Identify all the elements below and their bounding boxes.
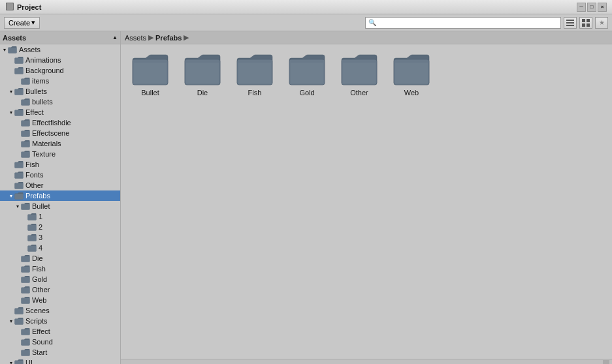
tree-label-effectscene: Effectscene bbox=[32, 129, 69, 137]
tree-item-ui[interactable]: ▾ UI bbox=[0, 357, 120, 364]
tree-item-bullets-sub[interactable]: bullets bbox=[0, 97, 120, 107]
tree-item-b3[interactable]: 3 bbox=[0, 232, 120, 243]
tree-item-effectfishdie[interactable]: Effectfishdie bbox=[0, 117, 120, 128]
content-folder-fish[interactable]: Fish bbox=[232, 51, 278, 99]
tree-item-web[interactable]: Web bbox=[0, 295, 120, 305]
tree-item-effectscene[interactable]: Effectscene bbox=[0, 128, 120, 138]
content-folder-other[interactable]: Other bbox=[336, 51, 382, 99]
tree-label-scenes: Scenes bbox=[25, 307, 50, 314]
breadcrumb-bar: Assets ▶ Prefabs ▶ bbox=[121, 31, 612, 44]
grid-view-button[interactable] bbox=[579, 17, 592, 29]
star-icon: ★ bbox=[599, 19, 605, 26]
resize-handle[interactable] bbox=[603, 360, 609, 364]
favorite-button[interactable]: ★ bbox=[595, 17, 608, 29]
tree-item-animations[interactable]: Animations bbox=[0, 55, 120, 65]
content-folder-label-web: Web bbox=[404, 89, 419, 97]
tree-label-b2: 2 bbox=[39, 223, 42, 231]
large-folder-icon-die bbox=[184, 53, 221, 86]
breadcrumb-sep-1: ▶ bbox=[148, 33, 153, 42]
tree-label-effectfishdie: Effectfishdie bbox=[32, 119, 71, 127]
list-view-button[interactable] bbox=[564, 17, 577, 29]
maximize-button[interactable]: □ bbox=[587, 3, 596, 12]
tree-label-b4: 4 bbox=[39, 244, 42, 252]
breadcrumb-prefabs[interactable]: Prefabs bbox=[155, 34, 182, 42]
tree-label-background: Background bbox=[25, 67, 64, 74]
tree-arrow-prefabs: ▾ bbox=[8, 193, 14, 199]
tree-item-other-sub[interactable]: Other bbox=[0, 284, 120, 295]
svg-rect-6 bbox=[587, 19, 590, 22]
tree-item-fish-sub[interactable]: Fish bbox=[0, 264, 120, 274]
content-folder-web[interactable]: Web bbox=[389, 51, 434, 99]
tree-item-items[interactable]: items bbox=[0, 76, 120, 86]
create-button[interactable]: Create ▾ bbox=[4, 17, 40, 29]
breadcrumb-sep-2: ▶ bbox=[184, 33, 189, 42]
content-folder-label-fish: Fish bbox=[248, 89, 262, 97]
tree-item-b4[interactable]: 4 bbox=[0, 243, 120, 253]
tree-item-assets[interactable]: ▾ Assets bbox=[0, 44, 120, 55]
folder-icon-animations bbox=[14, 57, 24, 64]
tree-label-other-sub: Other bbox=[32, 286, 50, 294]
folder-icon-items bbox=[21, 78, 30, 85]
tree-label-bullet-sub: Bullet bbox=[32, 202, 50, 210]
tree-item-b2[interactable]: 2 bbox=[0, 222, 120, 232]
search-bar: 🔍 bbox=[365, 17, 561, 29]
tree-item-prefabs[interactable]: ▾ Prefabs bbox=[0, 190, 120, 201]
tree-item-die[interactable]: Die bbox=[0, 253, 120, 264]
tree-label-fish: Fish bbox=[25, 160, 39, 168]
tree-label-sound: Sound bbox=[32, 338, 53, 346]
folder-icon-start bbox=[21, 349, 30, 356]
tree-label-fonts: Fonts bbox=[25, 171, 44, 179]
tree-item-gold[interactable]: Gold bbox=[0, 274, 120, 284]
close-button[interactable]: × bbox=[598, 3, 607, 12]
folder-icon-scripts bbox=[14, 318, 24, 325]
tree-item-texture[interactable]: Texture bbox=[0, 149, 120, 159]
tree-item-other[interactable]: Other bbox=[0, 180, 120, 190]
tree-label-b1: 1 bbox=[39, 213, 42, 220]
list-view-icon bbox=[566, 19, 574, 27]
tree-label-b3: 3 bbox=[39, 234, 42, 241]
tree-item-background[interactable]: Background bbox=[0, 65, 120, 76]
tree-item-start[interactable]: Start bbox=[0, 347, 120, 357]
folder-icon-other bbox=[14, 182, 24, 189]
tree-label-web: Web bbox=[32, 296, 46, 304]
large-folder-icon-gold bbox=[288, 53, 326, 86]
tree-arrow-scripts: ▾ bbox=[8, 318, 14, 324]
tree-item-bullets[interactable]: ▾ Bullets bbox=[0, 86, 120, 97]
svg-rect-2 bbox=[566, 20, 574, 21]
tree-item-materials[interactable]: Materials bbox=[0, 138, 120, 149]
tree-label-die: Die bbox=[32, 254, 43, 262]
tree-scroll[interactable]: ▾ Assets Animations Background items▾ Bu… bbox=[0, 44, 120, 364]
tree-arrow-assets: ▾ bbox=[1, 47, 8, 53]
large-folder-icon-fish bbox=[236, 53, 274, 86]
tree-item-scenes[interactable]: Scenes bbox=[0, 305, 120, 316]
tree-item-bullet-sub[interactable]: ▾ Bullet bbox=[0, 201, 120, 211]
tree-item-sound[interactable]: Sound bbox=[0, 337, 120, 347]
tree-item-b1[interactable]: 1 bbox=[0, 211, 120, 222]
folder-icon-die bbox=[21, 255, 30, 262]
folder-icon-prefabs bbox=[14, 192, 24, 200]
folder-icon-bullets bbox=[14, 88, 24, 95]
tree-item-scripts[interactable]: ▾ Scripts bbox=[0, 316, 120, 326]
content-folder-bullet[interactable]: Bullet bbox=[127, 51, 173, 99]
assets-header-label: Assets bbox=[3, 34, 26, 42]
svg-rect-4 bbox=[566, 25, 574, 26]
folder-icon-effectscene bbox=[21, 130, 30, 137]
folder-icon-materials bbox=[21, 140, 30, 147]
tree-item-scripts-effect[interactable]: Effect bbox=[0, 326, 120, 337]
search-input[interactable] bbox=[378, 19, 558, 27]
tree-item-fish[interactable]: Fish bbox=[0, 159, 120, 170]
large-folder-icon-web bbox=[393, 53, 430, 86]
folder-icon-background bbox=[14, 67, 24, 74]
svg-rect-1 bbox=[7, 3, 13, 10]
tree-arrow-bullets: ▾ bbox=[8, 89, 14, 95]
svg-rect-3 bbox=[566, 22, 574, 23]
panel-scroll-up[interactable]: ▲ bbox=[112, 35, 118, 40]
content-folder-gold[interactable]: Gold bbox=[284, 51, 330, 99]
tree-item-fonts[interactable]: Fonts bbox=[0, 170, 120, 180]
folder-icon-scenes bbox=[14, 307, 24, 314]
breadcrumb-assets[interactable]: Assets bbox=[125, 34, 146, 42]
content-folder-die[interactable]: Die bbox=[180, 51, 225, 99]
tree-item-effect[interactable]: ▾ Effect bbox=[0, 107, 120, 117]
minimize-button[interactable]: ─ bbox=[577, 3, 586, 12]
search-icon: 🔍 bbox=[368, 19, 376, 26]
